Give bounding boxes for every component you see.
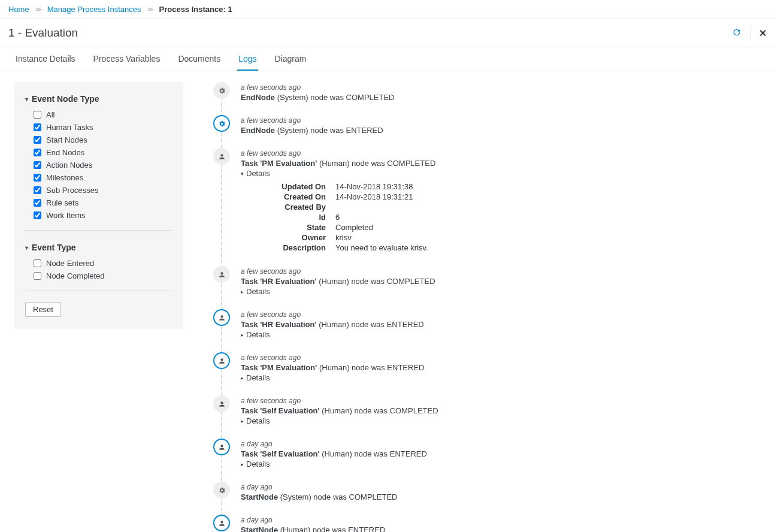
checkbox[interactable] (34, 186, 41, 194)
details-row: Created On14-Nov-2018 19:31:21 (241, 192, 435, 202)
details-row: Ownerkrisv (241, 232, 435, 243)
chevron-right-icon: ▸ (241, 418, 244, 424)
log-item: a few seconds agoEndNode (System) node w… (213, 82, 761, 102)
checkbox[interactable] (34, 123, 41, 131)
details-toggle[interactable]: ▸Details (241, 416, 438, 425)
filter-option-node-type[interactable]: Action Nodes (25, 159, 172, 171)
tab-diagram[interactable]: Diagram (274, 47, 308, 71)
log-timestamp: a day ago (241, 516, 385, 524)
chevron-down-icon: ▾ (25, 244, 28, 251)
tab-logs[interactable]: Logs (237, 47, 258, 71)
log-message: Task 'HR Evaluation' (Human) node was EN… (241, 320, 424, 329)
checkbox[interactable] (34, 259, 41, 267)
filter-option-node-type[interactable]: Rule sets (25, 197, 172, 209)
checkbox[interactable] (34, 136, 41, 144)
details-field-label: Id (241, 213, 326, 222)
filter-group-node-type[interactable]: ▾ Event Node Type (25, 90, 172, 108)
checkbox[interactable] (34, 161, 41, 169)
log-body: a few seconds agoTask 'PM Evaluation' (H… (241, 352, 424, 382)
tabs: Instance DetailsProcess VariablesDocumen… (0, 47, 775, 71)
filter-option-node-type[interactable]: End Nodes (25, 146, 172, 159)
log-body: a few seconds agoEndNode (System) node w… (241, 82, 394, 102)
details-field-label: Owner (241, 233, 326, 242)
filter-option-node-type[interactable]: Sub Processes (25, 184, 172, 197)
details-field-label: Updated On (241, 182, 326, 191)
log-message: Task 'PM Evaluation' (Human) node was EN… (241, 363, 424, 372)
filter-option-node-type[interactable]: All (25, 108, 172, 121)
filter-option-label: Action Nodes (46, 161, 92, 170)
tab-process-variables[interactable]: Process Variables (92, 47, 162, 71)
user-icon (213, 439, 230, 455)
breadcrumb-current: Process Instance: 1 (159, 5, 232, 14)
log-item: a day agoTask 'Self Evaluation' (Human) … (213, 439, 761, 468)
log-timestamp: a few seconds ago (241, 353, 424, 362)
checkbox[interactable] (34, 199, 41, 207)
log-timestamp: a few seconds ago (241, 149, 435, 158)
gear-icon (213, 115, 230, 132)
checkbox[interactable] (34, 149, 41, 156)
log-timestamp: a few seconds ago (241, 83, 394, 92)
divider (750, 25, 750, 41)
filter-option-label: Human Tasks (46, 123, 93, 132)
log-message: Task 'Self Evaluation' (Human) node was … (241, 449, 427, 458)
user-icon (213, 309, 230, 326)
log-message: Task 'Self Evaluation' (Human) node was … (241, 406, 438, 415)
log-timestamp: a few seconds ago (241, 116, 383, 125)
details-toggle[interactable]: ▾Details (241, 169, 435, 178)
checkbox[interactable] (34, 174, 41, 182)
details-toggle[interactable]: ▸Details (241, 373, 424, 382)
log-item: a few seconds agoEndNode (System) node w… (213, 115, 761, 135)
filter-option-node-type[interactable]: Work Items (25, 209, 172, 222)
refresh-icon[interactable] (732, 28, 741, 39)
details-field-value: 14-Nov-2018 19:31:38 (335, 182, 413, 191)
details-toggle[interactable]: ▸Details (241, 330, 424, 339)
chevron-down-icon: ▾ (25, 96, 28, 102)
filter-option-node-type[interactable]: Human Tasks (25, 121, 172, 134)
reset-button[interactable]: Reset (25, 302, 61, 317)
log-body: a day agoStartNode (System) node was COM… (241, 482, 398, 501)
checkbox[interactable] (34, 272, 41, 280)
details-field-value: 6 (335, 213, 340, 222)
log-item: a few seconds agoTask 'Self Evaluation' … (213, 395, 761, 425)
chevron-right-icon: ▸ (241, 461, 244, 467)
details-field-value: You need to evaluate krisv. (335, 243, 428, 252)
log-item: a few seconds agoTask 'PM Evaluation' (H… (213, 148, 761, 253)
log-message: EndNode (System) node was COMPLETED (241, 93, 394, 102)
chevron-right-icon: ▸ (241, 375, 244, 381)
filter-option-event-type[interactable]: Node Entered (25, 257, 172, 270)
log-body: a few seconds agoTask 'Self Evaluation' … (241, 395, 438, 425)
filter-option-label: Milestones (46, 173, 83, 182)
log-item: a few seconds agoTask 'HR Evaluation' (H… (213, 309, 761, 339)
filter-option-event-type[interactable]: Node Completed (25, 270, 172, 282)
filters-panel: ▾ Event Node Type AllHuman TasksStart No… (14, 82, 183, 329)
user-icon (213, 515, 230, 531)
filter-option-node-type[interactable]: Milestones (25, 171, 172, 184)
log-message: StartNode (System) node was COMPLETED (241, 492, 398, 501)
close-icon[interactable]: ✕ (759, 28, 767, 39)
details-toggle[interactable]: ▸Details (241, 460, 427, 468)
chevron-down-icon: ▾ (241, 171, 244, 177)
details-toggle[interactable]: ▸Details (241, 287, 435, 296)
filter-option-node-type[interactable]: Start Nodes (25, 134, 172, 146)
user-icon (213, 148, 230, 165)
log-body: a day agoTask 'Self Evaluation' (Human) … (241, 439, 427, 468)
breadcrumb-manage[interactable]: Manage Process Instances (47, 5, 141, 14)
breadcrumb: Home ≫ Manage Process Instances ≫ Proces… (0, 0, 775, 19)
filter-group-event-type[interactable]: ▾ Event Type (25, 239, 172, 257)
chevron-right-icon: ▸ (241, 289, 244, 295)
breadcrumb-home[interactable]: Home (8, 5, 29, 14)
details-field-label: State (241, 223, 326, 232)
checkbox[interactable] (34, 211, 41, 219)
log-timestamp: a few seconds ago (241, 310, 424, 319)
details-field-value: 14-Nov-2018 19:31:21 (335, 192, 413, 201)
log-message: Task 'PM Evaluation' (Human) node was CO… (241, 159, 435, 168)
details-field-label: Created By (241, 202, 326, 211)
log-message: StartNode (Human) node was ENTERED (241, 525, 385, 532)
details-row: Id6 (241, 212, 435, 222)
tab-documents[interactable]: Documents (177, 47, 222, 71)
checkbox[interactable] (34, 111, 41, 119)
page-header: 1 - Evaluation ✕ (0, 19, 775, 47)
log-message: EndNode (System) node was ENTERED (241, 126, 383, 135)
tab-instance-details[interactable]: Instance Details (14, 47, 77, 71)
header-actions: ✕ (732, 25, 767, 41)
